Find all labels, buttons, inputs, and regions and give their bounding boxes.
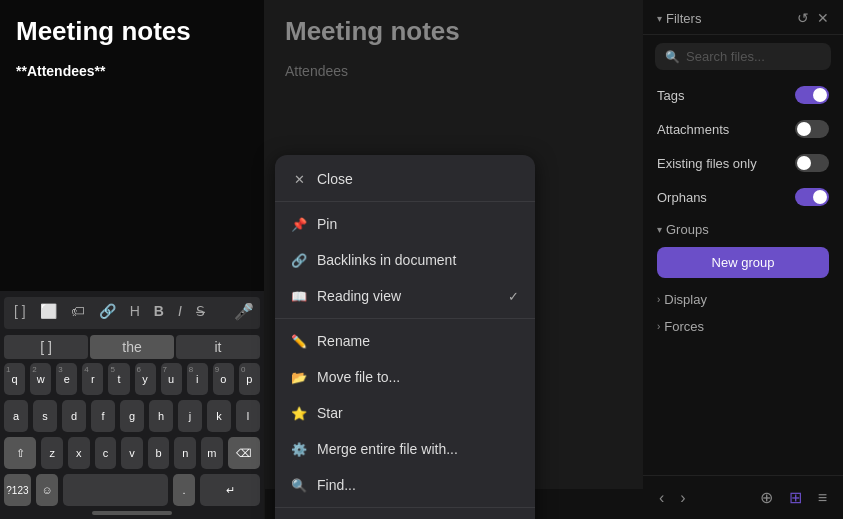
toggle-thumb-tags	[813, 88, 827, 102]
key-y[interactable]: 6y	[135, 363, 156, 395]
key-shift[interactable]: ⇧	[4, 437, 36, 469]
menu-item-star[interactable]: ⭐ Star	[275, 395, 535, 431]
toggle-existing[interactable]	[795, 154, 829, 172]
groups-label: Groups	[666, 222, 709, 237]
key-u[interactable]: 7u	[161, 363, 182, 395]
keyboard-home-indicator	[92, 511, 172, 515]
menu-item-backlinks[interactable]: 🔗 Backlinks in document	[275, 242, 535, 278]
filters-close-icon[interactable]: ✕	[817, 10, 829, 26]
key-return[interactable]: ↵	[200, 474, 260, 506]
key-n[interactable]: n	[174, 437, 196, 469]
kb-tool-italic[interactable]: I	[174, 301, 186, 321]
key-v[interactable]: v	[121, 437, 143, 469]
key-backspace[interactable]: ⌫	[228, 437, 260, 469]
key-w[interactable]: 2w	[30, 363, 51, 395]
filter-row-existing: Existing files only	[643, 146, 843, 180]
key-h[interactable]: h	[149, 400, 173, 432]
menu-label-reading: Reading view	[317, 288, 401, 304]
nav-arrows: ‹ ›	[653, 485, 692, 511]
key-m[interactable]: m	[201, 437, 223, 469]
context-menu: ✕ Close 📌 Pin 🔗 Backlinks in document 📖 …	[275, 155, 535, 519]
menu-item-rename[interactable]: ✏️ Rename	[275, 323, 535, 359]
middle-attendees: Attendees	[285, 63, 623, 79]
key-i[interactable]: 8i	[187, 363, 208, 395]
microphone-icon[interactable]: 🎤	[234, 302, 254, 321]
kb-tool-bracket[interactable]: [ ]	[10, 301, 30, 321]
display-chevron-icon: ›	[657, 294, 660, 305]
groups-section-header[interactable]: ▾ Groups	[643, 214, 843, 241]
filters-reset-icon[interactable]: ↺	[797, 10, 809, 26]
kb-tool-heading[interactable]: H	[126, 301, 144, 321]
menu-item-reading-view[interactable]: 📖 Reading view ✓	[275, 278, 535, 314]
kb-tool-bold[interactable]: B	[150, 301, 168, 321]
search-box[interactable]: 🔍 Search files...	[655, 43, 831, 70]
add-button[interactable]: ⊕	[754, 484, 779, 511]
move-icon: 📂	[291, 369, 307, 385]
suggest-it[interactable]: it	[176, 335, 260, 359]
key-space[interactable]	[63, 474, 168, 506]
kb-tool-strike[interactable]: S̶	[192, 301, 209, 321]
key-o[interactable]: 9o	[213, 363, 234, 395]
search-container[interactable]: 🔍 Search files...	[643, 35, 843, 78]
menu-item-pin[interactable]: 📌 Pin	[275, 206, 535, 242]
kb-tool-tag[interactable]: 🏷	[67, 301, 89, 321]
nav-forward-button[interactable]: ›	[674, 485, 691, 511]
menu-label-backlinks: Backlinks in document	[317, 252, 456, 268]
toggle-tags[interactable]	[795, 86, 829, 104]
menu-item-share[interactable]: ↗ Share	[275, 512, 535, 519]
menu-label-merge: Merge entire file with...	[317, 441, 458, 457]
menu-item-merge[interactable]: ⚙️ Merge entire file with...	[275, 431, 535, 467]
key-t[interactable]: 5t	[108, 363, 129, 395]
new-group-button[interactable]: New group	[657, 247, 829, 278]
key-q[interactable]: 1q	[4, 363, 25, 395]
menu-item-move[interactable]: 📂 Move file to...	[275, 359, 535, 395]
key-l[interactable]: l	[236, 400, 260, 432]
key-b[interactable]: b	[148, 437, 170, 469]
suggest-bracket[interactable]: [ ]	[4, 335, 88, 359]
groups-chevron-icon: ▾	[657, 224, 662, 235]
filters-title: Filters	[666, 11, 701, 26]
merge-icon: ⚙️	[291, 441, 307, 457]
key-f[interactable]: f	[91, 400, 115, 432]
kb-tool-box[interactable]: ⬜	[36, 301, 61, 321]
menu-divider-3	[275, 507, 535, 508]
suggest-the[interactable]: the	[90, 335, 174, 359]
menu-label-close: Close	[317, 171, 353, 187]
left-content: Meeting notes **Attendees**	[0, 0, 264, 291]
key-p[interactable]: 0p	[239, 363, 260, 395]
menu-item-find[interactable]: 🔍 Find...	[275, 467, 535, 503]
key-x[interactable]: x	[68, 437, 90, 469]
key-period[interactable]: .	[173, 474, 195, 506]
key-a[interactable]: a	[4, 400, 28, 432]
key-d[interactable]: d	[62, 400, 86, 432]
toggle-attachments[interactable]	[795, 120, 829, 138]
key-s[interactable]: s	[33, 400, 57, 432]
key-e[interactable]: 3e	[56, 363, 77, 395]
key-j[interactable]: j	[178, 400, 202, 432]
menu-label-rename: Rename	[317, 333, 370, 349]
key-z[interactable]: z	[41, 437, 63, 469]
menu-item-close[interactable]: ✕ Close	[275, 161, 535, 197]
grid-button[interactable]: ⊞	[783, 484, 808, 511]
key-emoji[interactable]: ☺	[36, 474, 58, 506]
key-c[interactable]: c	[95, 437, 117, 469]
filter-label-orphans: Orphans	[657, 190, 707, 205]
kb-tool-link[interactable]: 🔗	[95, 301, 120, 321]
star-icon: ⭐	[291, 405, 307, 421]
key-k[interactable]: k	[207, 400, 231, 432]
key-r[interactable]: 4r	[82, 363, 103, 395]
key-numbers[interactable]: ?123	[4, 474, 31, 506]
display-section-header[interactable]: › Display	[643, 284, 843, 311]
checkmark-icon: ✓	[508, 289, 519, 304]
toggle-orphans[interactable]	[795, 188, 829, 206]
menu-button[interactable]: ≡	[812, 485, 833, 511]
nav-back-button[interactable]: ‹	[653, 485, 670, 511]
key-g[interactable]: g	[120, 400, 144, 432]
forces-section-header[interactable]: › Forces	[643, 311, 843, 338]
keyboard[interactable]: [ ] ⬜ 🏷 🔗 H B I S̶ 🎤 [ ] the it 1q 2w 3e…	[0, 291, 264, 519]
menu-label-star: Star	[317, 405, 343, 421]
find-icon: 🔍	[291, 477, 307, 493]
keyboard-suggestions: [ ] the it	[4, 335, 260, 359]
menu-label-find: Find...	[317, 477, 356, 493]
keyboard-row-bottom: ?123 ☺ . ↵	[4, 474, 260, 506]
